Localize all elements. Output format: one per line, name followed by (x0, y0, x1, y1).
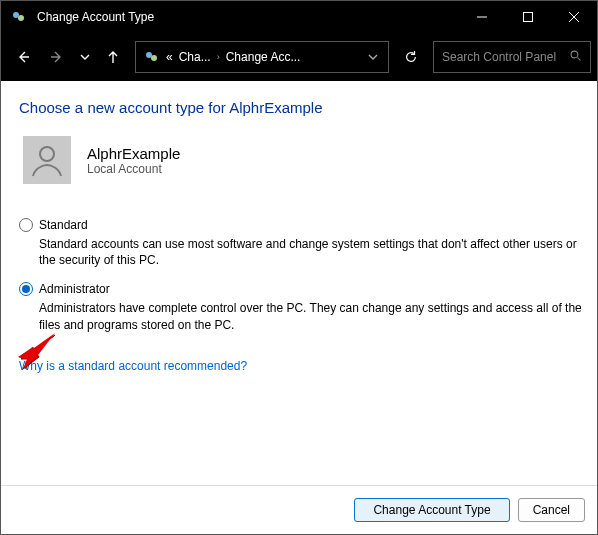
forward-button[interactable] (41, 41, 73, 73)
svg-rect-3 (524, 13, 533, 22)
page-title: Choose a new account type for AlphrExamp… (19, 99, 587, 116)
account-subtitle: Local Account (87, 162, 180, 176)
maximize-button[interactable] (505, 1, 551, 33)
breadcrumb-prefix: « (166, 50, 173, 64)
address-bar[interactable]: « Cha... › Change Acc... (135, 41, 389, 73)
breadcrumb-seg-2[interactable]: Change Acc... (226, 50, 301, 64)
recommended-link[interactable]: Why is a standard account recommended? (19, 359, 247, 373)
svg-line-9 (578, 58, 581, 61)
search-input[interactable]: Search Control Panel (433, 41, 591, 73)
radio-desc-standard: Standard accounts can use most software … (39, 236, 587, 268)
history-dropdown-button[interactable] (75, 41, 95, 73)
app-icon (9, 7, 29, 27)
svg-point-1 (18, 15, 24, 21)
radio-label-standard: Standard (39, 218, 88, 232)
change-account-type-button[interactable]: Change Account Type (354, 498, 509, 522)
footer: Change Account Type Cancel (1, 485, 597, 534)
chevron-right-icon: › (217, 52, 220, 62)
content: Choose a new account type for AlphrExamp… (1, 81, 597, 485)
minimize-button[interactable] (459, 1, 505, 33)
radio-desc-administrator: Administrators have complete control ove… (39, 300, 587, 332)
avatar (23, 136, 71, 184)
svg-point-7 (151, 55, 157, 61)
titlebar: Change Account Type (1, 1, 597, 33)
radio-option-standard[interactable]: Standard Standard accounts can use most … (19, 218, 587, 268)
account-type-radio-group: Standard Standard accounts can use most … (19, 218, 587, 333)
close-button[interactable] (551, 1, 597, 33)
svg-point-8 (571, 51, 578, 58)
window-title: Change Account Type (37, 10, 459, 24)
svg-point-6 (146, 52, 152, 58)
svg-point-10 (40, 147, 54, 161)
search-placeholder: Search Control Panel (442, 50, 570, 64)
radio-label-administrator: Administrator (39, 282, 110, 296)
radio-icon (19, 218, 33, 232)
account-name: AlphrExample (87, 145, 180, 162)
radio-icon-selected (19, 282, 33, 296)
back-button[interactable] (7, 41, 39, 73)
navbar: « Cha... › Change Acc... Search Control … (1, 33, 597, 81)
breadcrumb: « Cha... › Change Acc... (166, 50, 300, 64)
svg-point-0 (13, 12, 19, 18)
breadcrumb-seg-1[interactable]: Cha... (179, 50, 211, 64)
account-block: AlphrExample Local Account (23, 136, 587, 184)
cancel-button[interactable]: Cancel (518, 498, 585, 522)
search-icon (570, 48, 582, 66)
up-button[interactable] (97, 41, 129, 73)
radio-option-administrator[interactable]: Administrator Administrators have comple… (19, 282, 587, 332)
refresh-button[interactable] (395, 41, 427, 73)
svg-marker-12 (27, 333, 55, 359)
address-icon (142, 47, 162, 67)
address-dropdown-button[interactable] (364, 48, 382, 66)
